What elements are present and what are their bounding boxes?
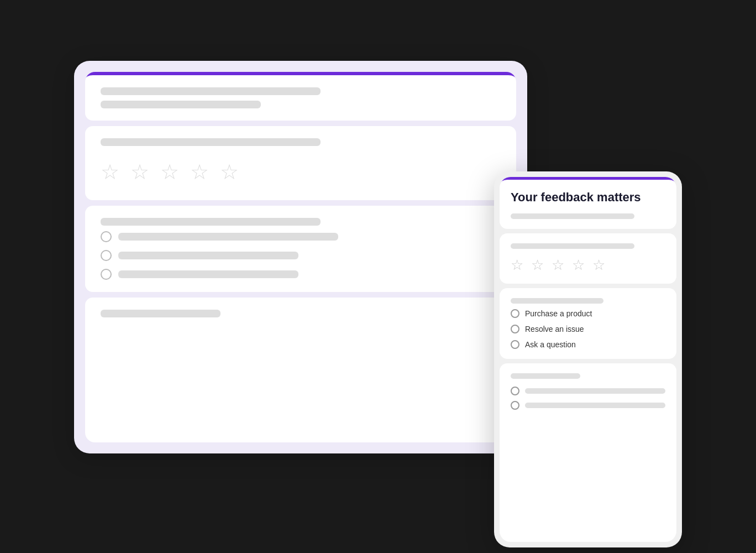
tablet-star-3[interactable]: ☆ xyxy=(160,161,179,182)
tablet-bottom-skel xyxy=(101,310,221,317)
tablet-radio-skel xyxy=(101,218,321,226)
tablet-content: ☆ ☆ ☆ ☆ ☆ xyxy=(85,72,516,442)
tablet-rating-skel xyxy=(101,138,321,146)
tablet-rating-card: ☆ ☆ ☆ ☆ ☆ xyxy=(85,126,516,200)
phone-options-skel xyxy=(511,298,603,304)
tablet-radio-row-3 xyxy=(101,269,501,280)
tablet-stars-row: ☆ ☆ ☆ ☆ ☆ xyxy=(101,156,501,188)
phone-options-card: Purchase a product Resolve an issue Ask … xyxy=(500,288,676,359)
phone-last-card xyxy=(500,363,676,542)
phone-star-2[interactable]: ☆ xyxy=(531,257,544,274)
phone-option-row-2: Resolve an issue xyxy=(511,325,665,333)
tablet-radio-1[interactable] xyxy=(101,231,112,242)
phone-option-label-question: Ask a question xyxy=(525,340,576,349)
tablet-star-1[interactable]: ☆ xyxy=(101,161,119,182)
phone-radio-purchase[interactable] xyxy=(511,309,519,318)
phone-rating-card: ☆ ☆ ☆ ☆ ☆ xyxy=(500,233,676,284)
tablet-radio-row-2 xyxy=(101,250,501,261)
phone-options-list: Purchase a product Resolve an issue Ask … xyxy=(511,309,665,349)
phone-star-1[interactable]: ☆ xyxy=(511,257,523,274)
tablet-radio-3[interactable] xyxy=(101,269,112,280)
phone-last-radio-row-2 xyxy=(511,401,665,410)
phone-header-card: Your feedback matters xyxy=(500,177,676,229)
tablet-radio-2[interactable] xyxy=(101,250,112,261)
phone-last-skel-2 xyxy=(525,403,665,408)
phone-option-row-3: Ask a question xyxy=(511,340,665,349)
phone-feedback-title: Your feedback matters xyxy=(511,190,665,206)
phone-radio-question[interactable] xyxy=(511,340,519,349)
phone-last-radio-2[interactable] xyxy=(511,401,519,410)
tablet-radio-row-1 xyxy=(101,231,501,242)
phone-last-radio-1[interactable] xyxy=(511,387,519,395)
tablet-radio-card xyxy=(85,206,516,292)
tablet-radio-label-3 xyxy=(118,270,298,278)
phone-option-label-resolve: Resolve an issue xyxy=(525,325,584,333)
tablet-device: ☆ ☆ ☆ ☆ ☆ xyxy=(74,61,527,453)
tablet-star-2[interactable]: ☆ xyxy=(130,161,149,182)
phone-content: Your feedback matters ☆ ☆ ☆ ☆ ☆ xyxy=(500,177,676,542)
phone-star-4[interactable]: ☆ xyxy=(572,257,585,274)
phone-option-label-purchase: Purchase a product xyxy=(525,309,592,318)
phone-stars-row: ☆ ☆ ☆ ☆ ☆ xyxy=(511,257,665,274)
phone-last-radio-row-1 xyxy=(511,387,665,395)
phone-device: Your feedback matters ☆ ☆ ☆ ☆ ☆ xyxy=(494,171,682,547)
phone-star-5[interactable]: ☆ xyxy=(592,257,605,274)
scene: ☆ ☆ ☆ ☆ ☆ xyxy=(74,61,682,492)
tablet-star-4[interactable]: ☆ xyxy=(190,161,209,182)
tablet-radio-label-1 xyxy=(118,233,338,241)
phone-last-skel-1 xyxy=(525,388,665,394)
phone-radio-resolve[interactable] xyxy=(511,325,519,333)
phone-rating-skel xyxy=(511,243,634,249)
tablet-radio-label-2 xyxy=(118,252,298,259)
tablet-star-5[interactable]: ☆ xyxy=(220,161,239,182)
phone-star-3[interactable]: ☆ xyxy=(552,257,564,274)
phone-option-row-1: Purchase a product xyxy=(511,309,665,318)
tablet-bottom-card xyxy=(85,298,516,442)
phone-last-skel-title xyxy=(511,373,580,379)
tablet-skel-subtitle xyxy=(101,101,261,108)
tablet-header-card xyxy=(85,72,516,121)
tablet-skel-title xyxy=(101,87,321,95)
phone-header-skel xyxy=(511,213,634,219)
tablet-radio-section xyxy=(101,231,501,280)
